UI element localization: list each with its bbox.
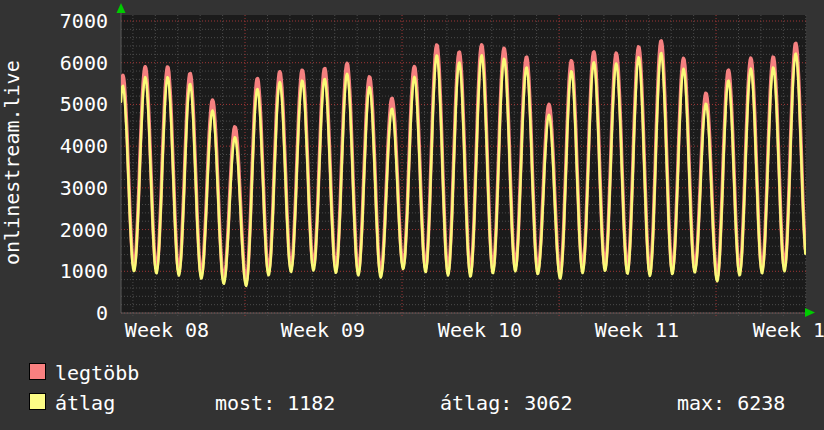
x-label-week-10: Week 10	[438, 319, 522, 341]
y-axis-arrow-icon	[117, 3, 126, 13]
stat-most: most: 1182	[215, 392, 335, 414]
legtobb-swatch-icon	[29, 363, 46, 380]
x-label-week-09: Week 09	[281, 319, 365, 341]
legend-row-legtobb: legtöbb	[29, 362, 789, 384]
x-label-week-11: Week 11	[595, 319, 679, 341]
stat-max: max: 6238	[677, 392, 785, 414]
x-label-week-08: Week 08	[125, 319, 209, 341]
x-axis-arrow-icon	[805, 308, 815, 317]
x-label-week-12: Week 12	[753, 319, 824, 341]
y-tick-4000: 4000	[8, 135, 108, 157]
y-tick-7000: 7000	[8, 10, 108, 32]
rrd-graph: onlinestream.live 7000 6000 5000 4000 30…	[0, 0, 824, 430]
stat-atlag: átlag: 3062	[440, 392, 572, 414]
y-tick-5000: 5000	[8, 93, 108, 115]
y-tick-0: 0	[8, 302, 108, 324]
legtobb-label: legtöbb	[55, 362, 139, 384]
y-tick-6000: 6000	[8, 52, 108, 74]
y-tick-1000: 1000	[8, 260, 108, 282]
y-tick-3000: 3000	[8, 177, 108, 199]
atlag-swatch-icon	[29, 393, 46, 410]
atlag-label: átlag	[55, 392, 115, 414]
legend-row-atlag: átlag most: 1182 átlag: 3062 max: 6238	[29, 392, 789, 414]
y-tick-2000: 2000	[8, 219, 108, 241]
